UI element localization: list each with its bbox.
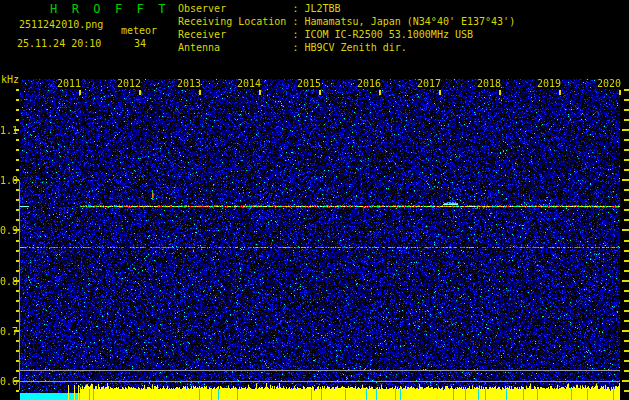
y-axis-tick-left (16, 209, 19, 211)
x-axis-label-2011: 2011 (57, 78, 81, 89)
y-axis-tick-left (16, 139, 19, 141)
y-axis-tick-right (624, 99, 629, 101)
y-axis-tick-left (16, 89, 19, 91)
y-axis-unit-label: kHz (1, 74, 19, 85)
y-axis-tick-right (624, 290, 629, 292)
y-axis-tick-right (624, 370, 629, 372)
y-axis-tick-right (624, 189, 629, 191)
y-axis-tick-right (624, 149, 629, 151)
y-axis-tick-left (16, 390, 19, 392)
x-axis-label-2015: 2015 (297, 78, 321, 89)
y-axis-tick-left (16, 260, 19, 262)
y-axis-tick-left (16, 270, 19, 272)
y-axis-tick-right (624, 320, 629, 322)
y-axis-tick-right (624, 89, 629, 91)
capture-filename: 2511242010.png (19, 19, 103, 30)
hrofft-output-image: H R O F F T 2511242010.png meteor 25.11.… (0, 0, 629, 400)
x-axis-label-2020: 2020 (597, 78, 621, 89)
y-axis-tick-left (16, 219, 19, 221)
station-info-row-observer: Observer : JL2TBB (178, 3, 341, 14)
x-axis-label-2017: 2017 (417, 78, 441, 89)
y-axis-tick-left (16, 350, 19, 352)
y-axis-tick-right (624, 300, 629, 302)
y-axis-tick-right (624, 340, 629, 342)
y-axis-tick-right (624, 139, 629, 141)
y-axis-tick-left (16, 199, 19, 201)
app-title: H R O F F T (50, 3, 169, 15)
y-axis-tick-right (624, 240, 629, 242)
y-axis-label-0.7: 0.7 (0, 326, 14, 337)
y-axis-tick-right (624, 119, 629, 121)
x-axis-tick (379, 90, 381, 95)
y-axis-tick-right (624, 360, 629, 362)
x-axis-tick (319, 90, 321, 95)
x-axis-label-2019: 2019 (537, 78, 561, 89)
x-axis-label-2014: 2014 (237, 78, 261, 89)
y-axis-tick-right (624, 270, 629, 272)
y-axis-tick-left (16, 149, 19, 151)
y-axis-tick-right (622, 179, 629, 181)
station-info-row-antenna: Antenna : HB9CV Zenith dir. (178, 42, 407, 53)
x-axis-tick (439, 90, 441, 95)
y-axis-label-1.0: 1.0 (0, 175, 14, 186)
y-axis-tick-right (622, 380, 629, 382)
y-axis-tick-right (624, 159, 629, 161)
y-axis-tick-right (622, 229, 629, 231)
y-axis-tick-left (16, 109, 19, 111)
y-axis-tick-left (16, 370, 19, 372)
y-axis-tick-left (16, 99, 19, 101)
x-axis-label-2016: 2016 (357, 78, 381, 89)
meteor-count: 34 (134, 38, 146, 49)
station-info-row-receiving-location: Receiving Location : Hamamatsu, Japan (N… (178, 16, 515, 27)
y-axis-label-0.6: 0.6 (0, 376, 14, 387)
x-axis-tick (199, 90, 201, 95)
y-axis-tick-right (622, 129, 629, 131)
y-axis-tick-left (16, 320, 19, 322)
y-axis-tick-left (16, 290, 19, 292)
y-axis-tick-right (624, 109, 629, 111)
y-axis-tick-left (16, 159, 19, 161)
y-axis-tick-left (16, 340, 19, 342)
y-axis-tick-left (16, 240, 19, 242)
y-axis-tick-left (16, 169, 19, 171)
station-info-row-receiver: Receiver : ICOM IC-R2500 53.1000MHz USB (178, 29, 473, 40)
y-axis-tick-left (16, 250, 19, 252)
x-axis-label-2013: 2013 (177, 78, 201, 89)
y-axis-tick-right (624, 209, 629, 211)
y-axis-tick-right (624, 250, 629, 252)
y-axis-tick-right (624, 350, 629, 352)
y-axis-tick-right (624, 199, 629, 201)
y-axis-tick-left (16, 300, 19, 302)
y-axis-label-0.9: 0.9 (0, 225, 14, 236)
y-axis-tick-right (624, 260, 629, 262)
y-axis-tick-right (624, 390, 629, 392)
y-axis-tick-left (16, 310, 19, 312)
capture-datetime: 25.11.24 20:10 (17, 38, 101, 49)
x-axis-label-2012: 2012 (117, 78, 141, 89)
x-axis-tick (499, 90, 501, 95)
x-axis-label-2018: 2018 (477, 78, 501, 89)
y-axis-label-1.1: 1.1 (0, 125, 14, 136)
y-axis-tick-left (16, 189, 19, 191)
y-axis-tick-left (16, 360, 19, 362)
x-axis-tick (139, 90, 141, 95)
x-axis-tick (259, 90, 261, 95)
y-axis-tick-right (624, 219, 629, 221)
mode-label: meteor (121, 25, 157, 36)
y-axis-tick-right (622, 280, 629, 282)
y-axis-tick-right (624, 169, 629, 171)
plot-left-edge-line (19, 180, 20, 390)
y-axis-tick-right (624, 310, 629, 312)
spectrogram (20, 79, 620, 400)
x-axis-tick (619, 90, 621, 95)
x-axis-tick (79, 90, 81, 95)
y-axis-tick-right (622, 330, 629, 332)
x-axis-tick (559, 90, 561, 95)
y-axis-label-0.8: 0.8 (0, 276, 14, 287)
y-axis-tick-left (16, 119, 19, 121)
